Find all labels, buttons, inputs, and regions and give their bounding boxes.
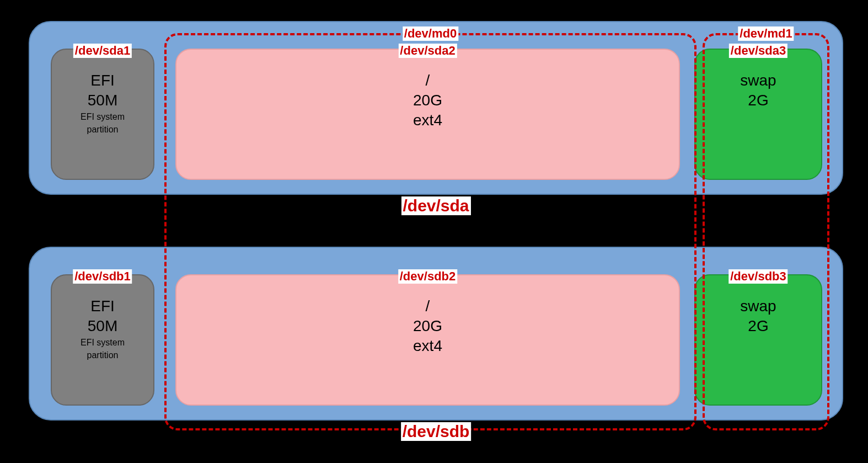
- partition-fs1: ext4: [176, 111, 679, 129]
- partition-title: EFI: [52, 72, 153, 89]
- partition-fs1: EFI system: [52, 111, 153, 122]
- partition-sdb3: /dev/sdb3 swap 2G: [694, 274, 822, 406]
- partition-sdb2: /dev/sdb2 / 20G ext4: [175, 274, 680, 406]
- disk-sda: /dev/sda1 EFI 50M EFI system partition /…: [29, 21, 843, 195]
- partition-label: /dev/sdb1: [73, 269, 132, 284]
- partition-size: 2G: [695, 92, 821, 109]
- partition-label: /dev/sdb3: [728, 269, 787, 284]
- partition-fs2: partition: [52, 124, 153, 135]
- partition-size: 50M: [52, 92, 153, 109]
- partition-label: /dev/sda2: [398, 44, 457, 58]
- partition-size: 50M: [52, 317, 153, 335]
- disk-label-sdb: /dev/sdb: [401, 422, 471, 441]
- partition-sda3: /dev/sda3 swap 2G: [694, 49, 822, 180]
- partition-sdb1: /dev/sdb1 EFI 50M EFI system partition: [51, 274, 154, 406]
- partition-title: swap: [695, 297, 821, 315]
- partition-size: 20G: [176, 92, 679, 109]
- disk-label-sda: /dev/sda: [401, 196, 470, 215]
- partition-fs1: ext4: [176, 337, 679, 355]
- partition-title: EFI: [52, 297, 153, 315]
- partition-title: /: [176, 72, 679, 89]
- partition-label: /dev/sda3: [729, 44, 787, 58]
- partition-size: 20G: [176, 317, 679, 335]
- partition-fs2: partition: [52, 350, 153, 360]
- partition-sda1: /dev/sda1 EFI 50M EFI system partition: [51, 49, 154, 180]
- partition-fs1: EFI system: [52, 337, 153, 348]
- partition-title: swap: [695, 72, 821, 89]
- partition-sda2: /dev/sda2 / 20G ext4: [175, 49, 680, 180]
- partition-title: /: [176, 297, 679, 315]
- partition-label: /dev/sdb2: [398, 269, 457, 284]
- partition-label: /dev/sda1: [73, 44, 132, 58]
- partition-size: 2G: [695, 317, 821, 335]
- disk-sdb: /dev/sdb1 EFI 50M EFI system partition /…: [29, 247, 843, 421]
